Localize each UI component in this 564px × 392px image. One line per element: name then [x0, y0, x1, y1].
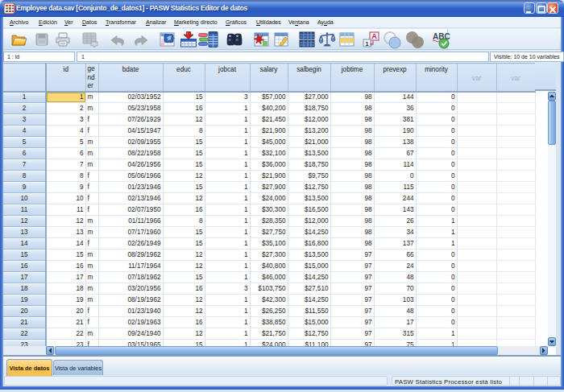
svg-text:A: A: [371, 32, 377, 40]
svg-text:1: 1: [365, 40, 369, 47]
